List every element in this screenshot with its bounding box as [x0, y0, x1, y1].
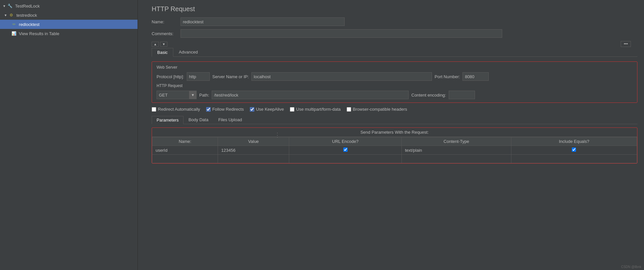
main-panel: HTTP Request Name: Comments: ▲ ▼ ••• Bas…	[145, 0, 644, 270]
row-url-encode	[289, 146, 401, 155]
http-request-row: GET POST PUT DELETE PATCH HEAD OPTIONS ▼…	[157, 91, 633, 99]
sidebar-item-view-results[interactable]: 📊 View Results in Table	[0, 29, 138, 38]
sidebar: ▼ 🔧 TestRedLock ▼ ⚙ testredlock ✏ redloc…	[0, 0, 138, 270]
multipart-checkbox[interactable]	[290, 107, 294, 112]
row-name: userId	[152, 146, 218, 155]
comments-input[interactable]	[181, 29, 502, 38]
tab-dots-btn[interactable]: •••	[621, 41, 631, 47]
multipart-label: Use multipart/form-data	[296, 107, 341, 112]
web-server-title: Web Server	[157, 65, 633, 70]
sidebar-label-testredlock-node: testredlock	[16, 13, 37, 18]
comments-label: Comments:	[152, 31, 178, 36]
web-server-row: Protocol [http]: Server Name or IP: Port…	[157, 72, 633, 81]
path-input[interactable]	[212, 91, 409, 99]
protocol-label: Protocol [http]:	[157, 74, 184, 79]
send-params-title: Send Parameters With the Request:	[152, 128, 637, 137]
name-label: Name:	[152, 19, 178, 24]
spacer	[8, 23, 10, 26]
sub-tab-files-upload[interactable]: Files Upload	[213, 116, 247, 124]
col-include-equals: Include Equals?	[511, 137, 637, 146]
sub-tab-body-data[interactable]: Body Data	[183, 116, 213, 124]
keepalive-checkbox[interactable]	[250, 107, 254, 112]
spacer2	[8, 32, 10, 35]
sidebar-item-testredlock-node[interactable]: ▼ ⚙ testredlock	[0, 11, 138, 20]
table-row: userId 123456 text/plain	[152, 146, 637, 155]
params-section: Send Parameters With the Request: Name: …	[152, 127, 637, 164]
sidebar-label-view-results: View Results in Table	[19, 31, 59, 36]
watermark: CSDN @llbnk	[621, 265, 641, 269]
results-icon: 📊	[11, 31, 17, 36]
table-row-empty	[152, 155, 637, 163]
browser-compat-label: Browser-compatible headers	[353, 107, 407, 112]
encoding-label: Content encoding:	[411, 93, 446, 98]
method-dropdown-btn[interactable]: ▼	[189, 91, 197, 99]
sub-tabs: Parameters Body Data Files Upload	[152, 116, 637, 124]
checkbox-multipart[interactable]: Use multipart/form-data	[290, 107, 341, 112]
drag-dots: ⋮	[274, 131, 280, 139]
tab-up-btn[interactable]: ▲	[152, 42, 159, 47]
web-server-section: Web Server Protocol [http]: Server Name …	[152, 61, 637, 103]
row-content-type: text/plain	[401, 146, 511, 155]
sidebar-drag-handle[interactable]: ⋮	[274, 0, 280, 270]
path-label: Path:	[199, 93, 209, 98]
checkbox-follow-redirects[interactable]: Follow Redirects	[206, 107, 244, 112]
params-table-header: Name: Value URL Encode? Content-Type Inc…	[152, 137, 637, 146]
follow-redirects-checkbox[interactable]	[206, 107, 211, 112]
arrow-icon-2: ▼	[4, 13, 7, 17]
url-encode-checkbox[interactable]	[343, 147, 348, 152]
browser-compat-checkbox[interactable]	[347, 107, 351, 112]
http-request-title: HTTP Request	[157, 83, 633, 88]
checkboxes-row: Redirect Automatically Follow Redirects …	[152, 107, 637, 112]
pencil-icon: ✏	[11, 21, 17, 27]
col-url-encode: URL Encode?	[289, 137, 401, 146]
sidebar-item-redlocktest[interactable]: ✏ redlocktest	[0, 20, 138, 29]
server-name-label: Server Name or IP:	[212, 74, 249, 79]
tab-advanced[interactable]: Advanced	[173, 48, 204, 56]
tab-basic[interactable]: Basic	[152, 48, 173, 57]
protocol-input[interactable]	[187, 72, 210, 81]
row-include-equals	[511, 146, 637, 155]
tabs-arrows-bar: ▲ ▼ •••	[152, 41, 637, 47]
col-content-type: Content-Type	[401, 137, 511, 146]
tool-icon: 🔧	[7, 3, 13, 9]
tab-down-btn[interactable]: ▼	[160, 42, 167, 47]
page-title: HTTP Request	[152, 5, 637, 13]
redirect-auto-checkbox[interactable]	[152, 107, 156, 112]
sidebar-item-testredlock-root[interactable]: ▼ 🔧 TestRedLock	[0, 1, 138, 11]
main-tabs: Basic Advanced	[152, 48, 637, 57]
port-label: Port Number:	[435, 74, 460, 79]
method-select-wrap: GET POST PUT DELETE PATCH HEAD OPTIONS ▼	[157, 91, 197, 99]
params-table: Name: Value URL Encode? Content-Type Inc…	[152, 137, 637, 163]
follow-redirects-label: Follow Redirects	[212, 107, 244, 112]
method-select[interactable]: GET POST PUT DELETE PATCH HEAD OPTIONS	[157, 91, 189, 99]
encoding-input[interactable]	[449, 91, 475, 99]
port-input[interactable]	[462, 72, 489, 81]
sub-tab-parameters[interactable]: Parameters	[152, 116, 183, 124]
checkbox-browser-compat[interactable]: Browser-compatible headers	[347, 107, 407, 112]
name-row: Name:	[152, 17, 637, 26]
comments-row: Comments:	[152, 29, 637, 38]
redirect-auto-label: Redirect Automatically	[158, 107, 200, 112]
checkbox-redirect-auto[interactable]: Redirect Automatically	[152, 107, 200, 112]
gear-icon: ⚙	[9, 12, 14, 18]
include-equals-checkbox[interactable]	[572, 147, 576, 152]
name-input[interactable]	[181, 17, 345, 26]
arrow-icon: ▼	[3, 4, 6, 8]
col-name: Name:	[152, 137, 218, 146]
sidebar-label-testredlock-root: TestRedLock	[15, 4, 40, 9]
sidebar-label-redlocktest: redlocktest	[19, 22, 40, 27]
